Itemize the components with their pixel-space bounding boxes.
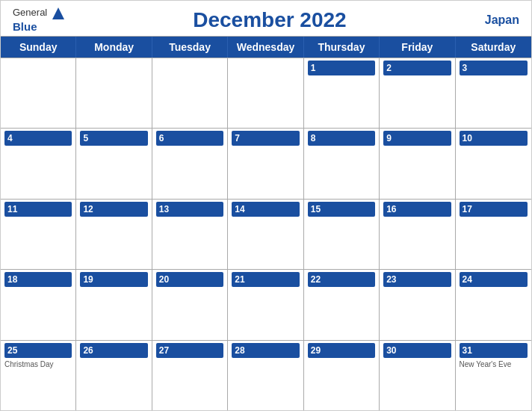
day-cell — [228, 58, 303, 128]
day-cell-23: 23 — [380, 270, 455, 339]
day-number: 19 — [80, 272, 147, 287]
week-row-5: 25 Christmas Day 26 27 28 29 30 — [1, 340, 531, 410]
day-cell-26: 26 — [76, 341, 152, 410]
day-number: 22 — [308, 272, 375, 287]
weeks-container: 1 2 3 4 5 6 — [1, 58, 531, 410]
day-number: 31 — [460, 343, 528, 358]
day-cell — [76, 58, 152, 128]
week-row-2: 4 5 6 7 8 9 10 — [1, 128, 531, 198]
day-cell-8: 8 — [304, 129, 380, 198]
day-headers-row: Sunday Monday Tuesday Wednesday Thursday… — [1, 37, 531, 58]
day-number: 14 — [232, 202, 299, 217]
svg-marker-0 — [52, 7, 64, 19]
day-cell-1: 1 — [304, 58, 380, 128]
day-cell-12: 12 — [76, 200, 152, 269]
day-number: 4 — [4, 131, 72, 146]
week-row-4: 18 19 20 21 22 23 24 — [1, 269, 531, 339]
day-cell-7: 7 — [228, 129, 303, 198]
day-number: 1 — [308, 61, 375, 75]
month-title: December 2022 — [65, 8, 474, 32]
logo-general-text: General — [13, 7, 65, 20]
day-number: 9 — [383, 131, 451, 146]
day-cell-20: 20 — [152, 270, 228, 339]
day-number: 30 — [383, 343, 451, 358]
day-cell-21: 21 — [228, 270, 303, 339]
day-number: 25 — [4, 343, 72, 358]
day-cell-10: 10 — [456, 129, 531, 198]
day-number: 23 — [383, 272, 451, 287]
day-number: 15 — [308, 202, 375, 217]
day-number: 20 — [156, 272, 223, 287]
logo-area: General Blue — [13, 7, 65, 33]
day-cell-17: 17 — [456, 200, 531, 269]
day-cell-2: 2 — [380, 58, 455, 128]
day-number: 27 — [156, 343, 223, 358]
day-number: 24 — [460, 272, 528, 287]
calendar-grid: Sunday Monday Tuesday Wednesday Thursday… — [1, 36, 531, 410]
day-cell-3: 3 — [456, 58, 531, 128]
day-cell-29: 29 — [304, 341, 380, 410]
header-saturday: Saturday — [456, 37, 531, 58]
day-number: 17 — [460, 202, 528, 217]
day-number: 3 — [460, 61, 528, 75]
day-cell-18: 18 — [1, 270, 76, 339]
logo-icon — [52, 7, 65, 20]
day-cell-31: 31 New Year's Eve — [456, 341, 531, 410]
day-number: 21 — [232, 272, 299, 287]
day-cell-11: 11 — [1, 200, 76, 269]
day-event-christmas: Christmas Day — [4, 359, 72, 369]
day-cell-6: 6 — [152, 129, 228, 198]
day-cell-14: 14 — [228, 200, 303, 269]
logo-blue-text: Blue — [13, 20, 37, 33]
day-cell-9: 9 — [380, 129, 455, 198]
week-row-1: 1 2 3 — [1, 58, 531, 128]
header-wednesday: Wednesday — [228, 37, 303, 58]
country-label: Japan — [474, 13, 519, 27]
day-number: 7 — [232, 131, 299, 146]
header-monday: Monday — [76, 37, 152, 58]
day-number: 28 — [232, 343, 299, 358]
day-number: 10 — [460, 131, 528, 146]
day-number: 12 — [80, 202, 147, 217]
day-cell-13: 13 — [152, 200, 228, 269]
day-cell-25: 25 Christmas Day — [1, 341, 76, 410]
day-cell-30: 30 — [380, 341, 455, 410]
day-cell-4: 4 — [1, 129, 76, 198]
day-number: 11 — [4, 202, 72, 217]
day-cell — [152, 58, 228, 128]
day-cell-15: 15 — [304, 200, 380, 269]
day-number: 26 — [80, 343, 147, 358]
day-cell-24: 24 — [456, 270, 531, 339]
week-row-3: 11 12 13 14 15 16 17 — [1, 199, 531, 269]
header-thursday: Thursday — [304, 37, 380, 58]
header-tuesday: Tuesday — [152, 37, 228, 58]
day-cell-27: 27 — [152, 341, 228, 410]
day-number: 8 — [308, 131, 375, 146]
day-cell-22: 22 — [304, 270, 380, 339]
calendar-header: General Blue December 2022 Japan — [1, 1, 531, 36]
day-event-newyear: New Year's Eve — [460, 359, 528, 369]
day-cell-16: 16 — [380, 200, 455, 269]
header-friday: Friday — [380, 37, 455, 58]
day-number: 29 — [308, 343, 375, 358]
day-number: 5 — [80, 131, 147, 146]
header-sunday: Sunday — [1, 37, 76, 58]
day-number: 6 — [156, 131, 223, 146]
day-number: 18 — [4, 272, 72, 287]
day-cell-19: 19 — [76, 270, 152, 339]
day-cell — [1, 58, 76, 128]
day-cell-28: 28 — [228, 341, 303, 410]
day-number: 16 — [383, 202, 451, 217]
day-number: 2 — [383, 61, 451, 75]
day-cell-5: 5 — [76, 129, 152, 198]
day-number: 13 — [156, 202, 223, 217]
calendar-container: General Blue December 2022 Japan Sunday … — [0, 0, 532, 411]
